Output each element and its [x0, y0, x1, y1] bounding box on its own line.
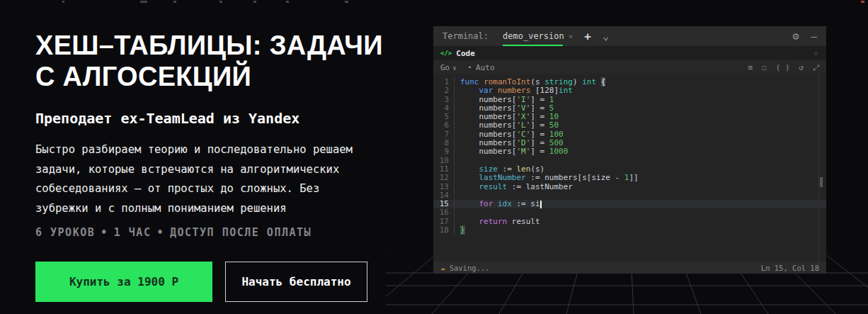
saving-status: Saving...	[450, 264, 490, 272]
line-number: 16	[433, 208, 455, 217]
code-line[interactable]: 9 numbers['M'] = 1000	[433, 147, 826, 156]
chevron-down-icon[interactable]: ⌄	[603, 33, 609, 40]
language-label: Go	[440, 63, 450, 72]
code-line[interactable]: 15 for idx := si	[433, 200, 826, 208]
hero-section: ХЕШ–ТАБЛИЦЫ: ЗАДАЧИ С АЛГОСЕКЦИЙ Препода…	[35, 30, 421, 302]
editor-toolbar: Go∨ • Auto ≡ ☐ ( ) ↺ ⤢	[433, 60, 826, 74]
bookmark-icon[interactable]: ☐	[762, 63, 767, 72]
meta-dot: •	[156, 226, 164, 239]
code-tag-icon: </>	[440, 50, 452, 57]
gear-icon[interactable]: ⚙	[793, 30, 799, 43]
format-icon[interactable]: ≡	[748, 63, 753, 72]
terminal-window: Terminal: demo_version × + ⌄ ⚙ – </> Cod…	[433, 26, 826, 274]
terminal-tab-demo-version[interactable]: demo_version ×	[503, 26, 573, 46]
code-line[interactable]: 17 return result	[433, 218, 826, 226]
line-number: 9	[433, 147, 455, 156]
line-number: 13	[433, 183, 455, 191]
code-lines: 1func romanToInt(s string) int {2 var nu…	[433, 78, 826, 235]
status-bar: ☁ Saving... Ln 15, Col 18	[433, 262, 826, 274]
page-title-line1: ХЕШ–ТАБЛИЦЫ: ЗАДАЧИ	[35, 30, 421, 61]
meta-lessons: 6 УРОКОВ	[35, 226, 95, 239]
line-number: 18	[433, 226, 455, 235]
code-tab-label[interactable]: Code	[456, 49, 475, 58]
brackets-icon[interactable]: ( )	[776, 63, 790, 72]
close-tab-icon[interactable]: ×	[569, 32, 573, 41]
code-line[interactable]: 13 result := lastNumber	[433, 183, 826, 191]
cloud-icon: ☁	[440, 263, 445, 272]
hero-subtitle: Преподает ex-TeamLead из Yandex	[35, 110, 421, 127]
terminal-tab-label: demo_version	[503, 31, 564, 41]
course-meta: 6 УРОКОВ•1 ЧАС•ДОСТУП ПОСЛЕ ОПЛАТЫ	[35, 226, 421, 239]
chevron-down-icon: ∨	[452, 65, 456, 72]
description-line: задачи, которые встречаются на алгоритми…	[35, 160, 421, 180]
description-line: Быстро разбираем теорию и последовательн…	[35, 140, 421, 160]
meta-access: ДОСТУП ПОСЛЕ ОПЛАТЫ	[170, 226, 312, 239]
new-tab-icon[interactable]: +	[584, 30, 591, 43]
meta-duration: 1 ЧАС	[114, 226, 152, 239]
page-title: ХЕШ–ТАБЛИЦЫ: ЗАДАЧИ С АЛГОСЕКЦИЙ	[35, 30, 421, 92]
language-select[interactable]: Go∨	[440, 63, 457, 72]
code-line[interactable]: 18}	[433, 226, 826, 235]
terminal-header: Terminal: demo_version × + ⌄ ⚙ –	[433, 26, 826, 46]
text-cursor	[540, 201, 542, 208]
separator-dot: •	[468, 64, 472, 71]
line-number: 2	[433, 86, 455, 95]
start-free-button[interactable]: Начать бесплатно	[225, 262, 367, 302]
minimize-icon[interactable]: –	[811, 30, 817, 42]
description-line: зубрежки и с полным пониманием решения	[35, 199, 421, 219]
code-editor[interactable]: 1func romanToInt(s string) int {2 var nu…	[433, 74, 826, 262]
hero-description: Быстро разбираем теорию и последовательн…	[35, 140, 421, 218]
hero-buttons: Купить за 1900 Р Начать бесплатно	[35, 262, 421, 302]
code-tab-bar: </> Code ⁘	[433, 46, 826, 60]
page-title-line2: С АЛГОСЕКЦИЙ	[35, 61, 421, 92]
active-tab-underline	[503, 45, 563, 46]
cropped-top-bar	[0, 0, 868, 4]
toolbar-icons: ≡ ☐ ( ) ↺ ⤢	[748, 63, 819, 72]
scrollbar-track	[818, 74, 819, 262]
line-number: 12	[433, 174, 455, 182]
scrollbar-thumb[interactable]	[820, 177, 823, 187]
auto-mode-label[interactable]: Auto	[476, 63, 495, 72]
undo-icon[interactable]: ↺	[799, 63, 804, 72]
terminal-label: Terminal:	[442, 31, 489, 41]
cursor-position: Ln 15, Col 18	[761, 264, 819, 272]
line-number: 6	[433, 121, 455, 130]
meta-dot: •	[101, 226, 108, 239]
buy-button[interactable]: Купить за 1900 Р	[35, 262, 212, 302]
description-line: собеседованиях – от простых до сложных. …	[35, 179, 421, 199]
resize-icon[interactable]: ⤢	[813, 63, 819, 72]
drag-handle-icon[interactable]: ⁘	[813, 49, 819, 58]
